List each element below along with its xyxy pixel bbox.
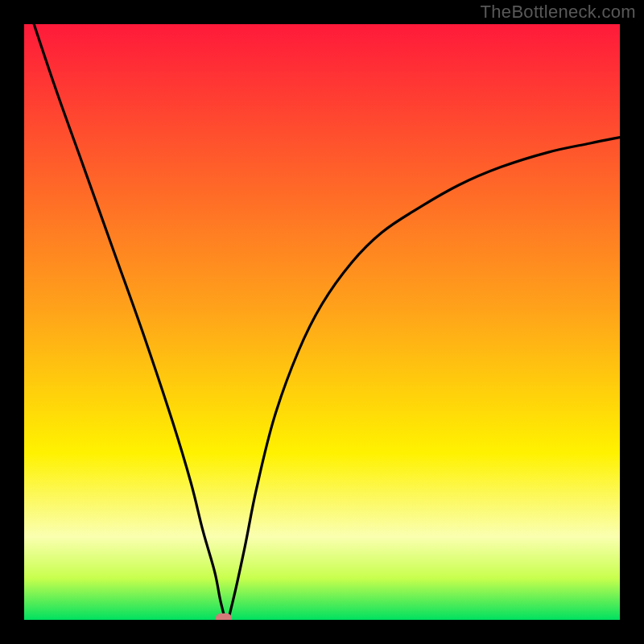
watermark-text: TheBottleneck.com: [481, 2, 636, 23]
chart-svg: [24, 24, 620, 620]
valley-marker: [216, 613, 232, 620]
chart-frame: TheBottleneck.com: [0, 0, 644, 644]
chart-background: [24, 24, 620, 620]
plot-area: [24, 24, 620, 620]
